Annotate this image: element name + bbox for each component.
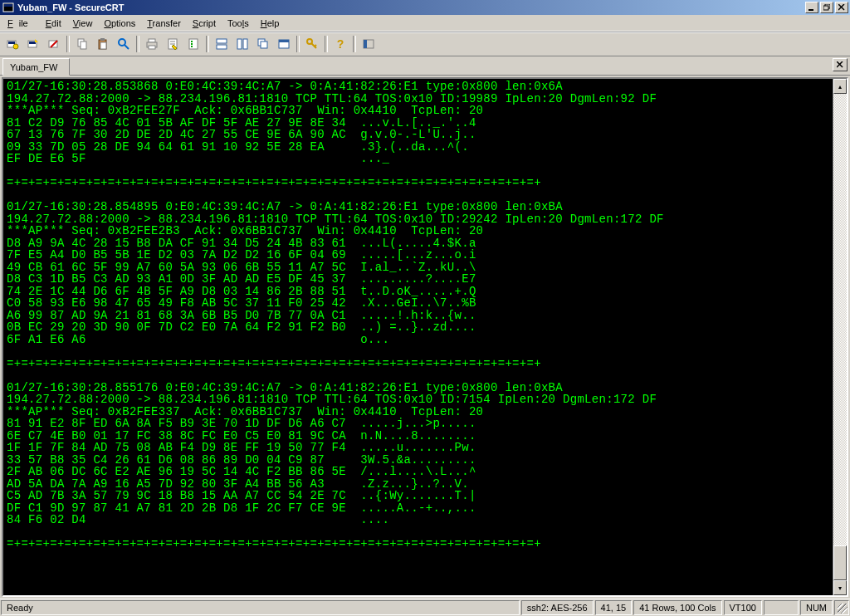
svg-rect-21 xyxy=(149,39,155,42)
help-icon[interactable]: ? xyxy=(330,34,350,54)
status-size: 41 Rows, 100 Cols xyxy=(633,600,721,615)
terminal-border: 01/27-16:30:28.853868 0:E0:4C:39:4C:A7 -… xyxy=(2,77,848,597)
svg-rect-44 xyxy=(364,40,367,48)
app-window: Yubam_FW - SecureCRT File Edit View Opti… xyxy=(0,0,850,616)
svg-rect-32 xyxy=(217,45,227,49)
status-encryption: ssh2: AES-256 xyxy=(521,600,594,615)
menu-help[interactable]: Help xyxy=(255,17,286,30)
status-caps xyxy=(764,600,799,615)
toolbar-separator xyxy=(136,36,139,52)
menu-tools[interactable]: Tools xyxy=(222,17,255,30)
key-icon[interactable] xyxy=(302,34,322,54)
menu-transfer[interactable]: Transfer xyxy=(141,17,187,30)
paste-icon[interactable] xyxy=(93,34,113,54)
terminal-output[interactable]: 01/27-16:30:28.853868 0:E0:4C:39:4C:A7 -… xyxy=(3,79,833,595)
svg-rect-27 xyxy=(189,39,198,49)
scroll-down-button[interactable]: ▾ xyxy=(833,580,847,595)
svg-line-20 xyxy=(125,45,129,49)
cascade-icon[interactable] xyxy=(253,34,273,54)
menu-script[interactable]: Script xyxy=(187,17,222,30)
svg-rect-34 xyxy=(243,39,247,49)
tab-label: Yubam_FW xyxy=(10,62,57,72)
reconnect-icon[interactable] xyxy=(2,34,22,54)
status-cursor: 41, 15 xyxy=(595,600,633,615)
window-list-icon[interactable] xyxy=(274,34,294,54)
menu-edit[interactable]: Edit xyxy=(40,17,67,30)
svg-rect-1 xyxy=(4,4,12,7)
svg-rect-38 xyxy=(279,40,289,42)
status-term: VT100 xyxy=(724,600,762,615)
svg-rect-4 xyxy=(823,6,828,10)
svg-rect-2 xyxy=(808,9,813,11)
tab-close-button[interactable] xyxy=(833,58,848,71)
status-ready: Ready xyxy=(1,600,520,615)
svg-rect-15 xyxy=(81,42,86,49)
toolbar-separator xyxy=(325,36,328,52)
window-title: Yubam_FW - SecureCRT xyxy=(17,2,805,12)
tabbar: Yubam_FW xyxy=(0,56,850,76)
restore-button[interactable] xyxy=(820,2,833,13)
toggle-pane-icon[interactable] xyxy=(359,34,379,54)
resize-grip[interactable] xyxy=(834,600,849,615)
svg-rect-29 xyxy=(191,43,193,45)
tile-v-icon[interactable] xyxy=(232,34,252,54)
svg-rect-18 xyxy=(100,42,106,49)
toolbar: ? xyxy=(0,32,850,56)
svg-rect-30 xyxy=(191,46,193,47)
svg-rect-31 xyxy=(217,39,227,43)
terminal-container: 01/27-16:30:28.853868 0:E0:4C:39:4C:A7 -… xyxy=(0,76,850,599)
menu-options[interactable]: Options xyxy=(98,17,141,30)
app-icon xyxy=(2,1,15,14)
options-icon[interactable] xyxy=(183,34,203,54)
scrollbar[interactable]: ▴ ▾ xyxy=(833,79,847,595)
scroll-thumb[interactable] xyxy=(833,545,847,580)
menu-view[interactable]: View xyxy=(67,17,99,30)
find-icon[interactable] xyxy=(114,34,134,54)
svg-rect-11 xyxy=(29,42,36,44)
statusbar: Ready ssh2: AES-256 41, 15 41 Rows, 100 … xyxy=(0,599,850,616)
titlebar: Yubam_FW - SecureCRT xyxy=(0,0,850,15)
svg-point-19 xyxy=(119,39,125,46)
svg-rect-28 xyxy=(191,41,193,42)
minimize-button[interactable] xyxy=(805,2,818,13)
svg-rect-36 xyxy=(261,42,267,48)
close-button[interactable] xyxy=(835,2,848,13)
properties-icon[interactable] xyxy=(163,34,183,54)
svg-text:?: ? xyxy=(337,37,344,51)
svg-rect-17 xyxy=(100,38,105,41)
copy-icon[interactable] xyxy=(72,34,92,54)
menubar: File Edit View Options Transfer Script T… xyxy=(0,15,850,32)
status-numlock: NUM xyxy=(800,600,833,615)
tab-session[interactable]: Yubam_FW xyxy=(2,58,70,76)
svg-rect-33 xyxy=(237,39,242,49)
menu-file[interactable]: File xyxy=(2,17,40,30)
disconnect-icon[interactable] xyxy=(44,34,64,54)
toolbar-separator xyxy=(296,36,300,52)
print-icon[interactable] xyxy=(142,34,162,54)
svg-rect-23 xyxy=(149,46,155,49)
tile-h-icon[interactable] xyxy=(212,34,232,54)
toolbar-separator xyxy=(66,36,70,52)
quick-connect-icon[interactable] xyxy=(23,34,43,54)
svg-rect-8 xyxy=(8,42,15,44)
toolbar-separator xyxy=(353,36,356,52)
scroll-track[interactable] xyxy=(833,94,847,580)
toolbar-separator xyxy=(206,36,209,52)
svg-point-9 xyxy=(13,44,18,49)
svg-line-41 xyxy=(315,45,316,46)
scroll-up-button[interactable]: ▴ xyxy=(833,79,847,94)
